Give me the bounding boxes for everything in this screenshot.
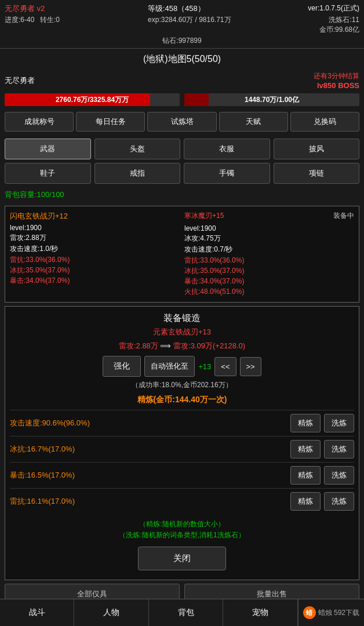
refine-stat-0: 攻击速度:90.6%(96.0%) [10, 418, 287, 428]
equip-helmet[interactable]: 头盔 [94, 139, 181, 159]
wash-btn-2[interactable]: 洗炼 [324, 466, 354, 485]
close-btn-wrap: 关闭 [10, 547, 354, 570]
equipped-label: 装备中 [333, 211, 354, 221]
refine-row-0: 攻击速度:90.6%(96.0%) 精炼 洗炼 [10, 410, 354, 436]
map-title: (地狱)地图5(50/50) [0, 49, 364, 69]
nav-left-button[interactable]: << [214, 357, 236, 376]
equipment-section: 武器 头盔 衣服 披风 鞋子 戒指 手镯 项链 [0, 135, 364, 187]
enhance-button[interactable]: 强化 [103, 356, 141, 377]
nav-pet[interactable]: 宠物 [223, 599, 297, 626]
item-left-name: 闪电玄铁战刃+12 [10, 211, 180, 221]
item-right-stat4: 冰抗:35.0%(37.0%) [184, 266, 354, 276]
item-right-stat3: 雷抗:33.0%(36.0%) [184, 256, 354, 265]
boss-hp-fill [184, 93, 209, 106]
gold-label: 金币:99.68亿 [319, 26, 359, 34]
equip-ring[interactable]: 戒指 [94, 163, 181, 184]
item-left-stat3: 雷抗:33.0%(36.0%) [10, 255, 180, 265]
boss-info: 还有3分钟结算 lv850 BOSS [314, 71, 359, 90]
diamond-label: 钻石:997899 [162, 36, 201, 46]
wash-stone-label: 洗炼石:11 [329, 16, 359, 24]
item-left-stat2: 攻击速度:1.0/秒 [10, 244, 180, 254]
bottom-nav: 战斗 人物 背包 宠物 蜡 蜡烛 592下载 [0, 599, 364, 626]
auto-enhance-button[interactable]: 自动强化至 [144, 356, 195, 377]
item-right-stat5: 暴击:34.0%(37.0%) [184, 276, 354, 286]
hero-name: 无尽勇者 [5, 75, 35, 86]
refine-row-1: 冰抗:16.7%(17.0%) 精炼 洗炼 [10, 436, 354, 462]
top-bar: 无尽勇者 v2 等级:458（458） ver:1.0.7.5(正式) 进度:6… [0, 0, 364, 49]
boss-level: lv850 BOSS [317, 81, 359, 90]
hero-bar: 无尽勇者 还有3分钟结算 lv850 BOSS [0, 69, 364, 92]
forge-title: 装备锻造 [10, 312, 354, 325]
refine-btn-0[interactable]: 精炼 [290, 414, 321, 432]
equip-shoes[interactable]: 鞋子 [5, 163, 91, 184]
refine-row-2: 暴击:16.5%(17.0%) 精炼 洗炼 [10, 462, 354, 488]
close-button[interactable]: 关闭 [138, 547, 226, 570]
nav-btn-achievement[interactable]: 成就称号 [5, 112, 74, 132]
boss-hp-bar: 1448.70万/1.00亿 [184, 93, 359, 106]
brand-icon: 蜡 [303, 606, 316, 619]
nav-fight[interactable]: 战斗 [0, 599, 74, 626]
item-right-level: level:1900 [184, 224, 354, 232]
refine-stat-2: 暴击:16.5%(17.0%) [10, 470, 287, 481]
equip-weapon[interactable]: 武器 [5, 139, 91, 159]
wash-btn-3[interactable]: 洗炼 [324, 492, 354, 511]
exp-label: exp:3284.60万 / 9816.71万 [148, 16, 231, 24]
forge-notes: （精炼:随机新的数值大小） （洗炼:随机新的词条类型,消耗1洗炼石） [10, 519, 354, 541]
nav-btn-daily[interactable]: 每日任务 [76, 112, 145, 132]
forge-enhance-row: 强化 自动强化至 +13 << >> [10, 356, 354, 377]
item-left-stat5: 暴击:34.0%(37.0%) [10, 276, 180, 286]
nav-btn-exchange[interactable]: 兑换码 [290, 112, 359, 132]
equip-necklace[interactable]: 项链 [274, 163, 360, 184]
item-panel: 闪电玄铁战刃+12 level:1900 雷攻:2.88万 攻击速度:1.0/秒… [5, 206, 359, 303]
brand-badge: 蜡 蜡烛 592下载 [298, 599, 364, 626]
wash-btn-1[interactable]: 洗炼 [324, 440, 354, 458]
item-right-name: 寒冰魔刃+15 [184, 211, 224, 223]
refine-btn-2[interactable]: 精炼 [290, 466, 321, 485]
refine-btn-1[interactable]: 精炼 [290, 440, 321, 458]
game-name: 无尽勇者 v2 [5, 3, 45, 14]
hp-bars: 2760.76万/3325.84万万 1448.70万/1.00亿 [0, 92, 364, 108]
nav-backpack[interactable]: 背包 [149, 599, 223, 626]
refine-stat-1: 冰抗:16.7%(17.0%) [10, 444, 287, 454]
version-label: ver:1.0.7.5(正式) [308, 3, 359, 13]
refine-row-3: 雷抗:16.1%(17.0%) 精炼 洗炼 [10, 488, 354, 514]
item-right-stat6: 火抗:48.0%(51.0%) [184, 287, 354, 297]
forge-note-1: （精炼:随机新的数值大小） [10, 519, 354, 530]
forge-item-name: 元素玄铁战刃+13 [10, 327, 354, 337]
refine-btn-3[interactable]: 精炼 [290, 492, 321, 511]
equip-armor[interactable]: 衣服 [184, 139, 270, 159]
refine-stat-3: 雷抗:16.1%(17.0%) [10, 496, 287, 507]
nav-btn-trial[interactable]: 试炼塔 [147, 112, 216, 132]
item-right-stat2: 攻击速度:0.7/秒 [184, 245, 354, 254]
hero-hp-bar: 2760.76万/3325.84万万 [5, 93, 180, 106]
progress-label: 进度:6-40 [5, 16, 34, 24]
nav-character[interactable]: 人物 [74, 599, 148, 626]
timer-label: 还有3分钟结算 [314, 71, 359, 81]
forge-refine-title: 精炼(金币:144.40万一次) [10, 395, 354, 405]
item-left: 闪电玄铁战刃+12 level:1900 雷攻:2.88万 攻击速度:1.0/秒… [10, 211, 180, 297]
boss-hp-text: 1448.70万/1.00亿 [245, 95, 299, 105]
equip-bracelet[interactable]: 手镯 [184, 163, 270, 184]
item-right-stat1: 冰攻:4.75万 [184, 234, 354, 243]
forge-note-2: （洗炼:随机新的词条类型,消耗1洗炼石） [10, 530, 354, 541]
nav-buttons: 成就称号 每日任务 试炼塔 天赋 兑换码 [0, 108, 364, 135]
item-left-stat1: 雷攻:2.88万 [10, 233, 180, 243]
equipment-grid: 武器 头盔 衣服 披风 鞋子 戒指 手镯 项链 [5, 139, 359, 184]
turns-label: 转生:0 [40, 16, 60, 24]
enhance-level: +13 [198, 362, 211, 371]
hero-hp-text: 2760.76万/3325.84万万 [56, 95, 129, 105]
nav-right-button[interactable]: >> [240, 357, 261, 376]
forge-preview: 雷攻:2.88万 ⟹ 雷攻:3.09万(+2128.0) [10, 341, 354, 351]
forge-panel: 装备锻造 元素玄铁战刃+13 雷攻:2.88万 ⟹ 雷攻:3.09万(+2128… [5, 306, 359, 580]
wash-btn-0[interactable]: 洗炼 [324, 414, 354, 432]
nav-btn-talent[interactable]: 天赋 [219, 112, 288, 132]
item-left-stat4: 冰抗:35.0%(37.0%) [10, 265, 180, 275]
item-right: 寒冰魔刃+15 装备中 level:1900 冰攻:4.75万 攻击速度:0.7… [184, 211, 354, 297]
level-label: 等级:458（458） [148, 3, 205, 14]
item-left-level: level:1900 [10, 224, 180, 232]
brand-text: 蜡烛 592下载 [318, 608, 359, 618]
backpack-info: 背包容量:100/100 [0, 187, 364, 202]
equip-cape[interactable]: 披风 [274, 139, 360, 159]
forge-success-info: （成功率:18.0%,金币202.16万） [10, 380, 354, 390]
